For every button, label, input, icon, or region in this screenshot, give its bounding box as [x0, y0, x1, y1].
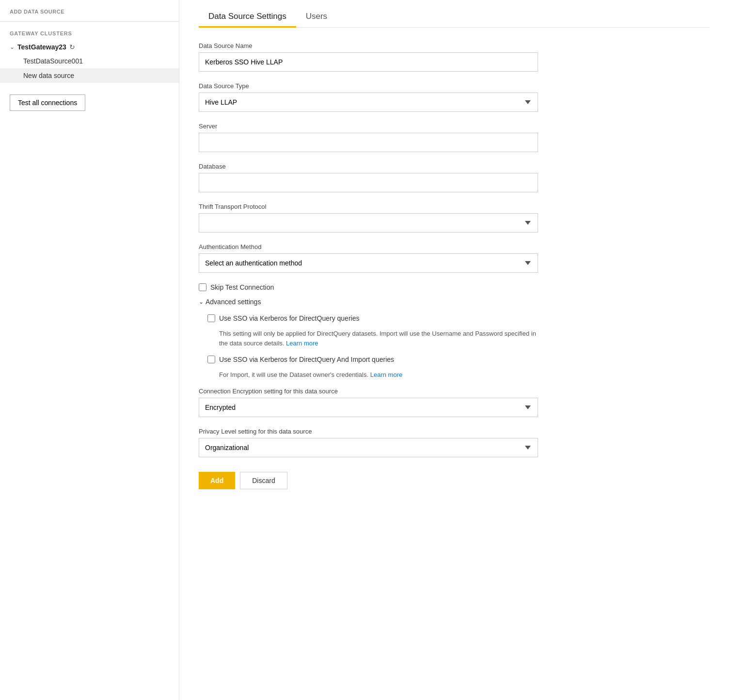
server-input[interactable]	[199, 133, 538, 152]
chevron-down-icon: ⌄	[199, 298, 204, 305]
encryption-label: Connection Encryption setting for this d…	[199, 388, 538, 395]
datasource-name-input[interactable]	[199, 52, 538, 72]
sso-directquery-row: Use SSO via Kerberos for DirectQuery que…	[207, 314, 538, 322]
refresh-icon: ↻	[69, 43, 75, 51]
sidebar-header: ADD DATA SOURCE	[0, 9, 179, 22]
main-content: Data Source Settings Users Data Source N…	[179, 0, 729, 700]
sso-import-label[interactable]: Use SSO via Kerberos for DirectQuery And…	[219, 356, 394, 363]
sidebar-item-new-datasource[interactable]: New data source	[0, 68, 179, 83]
gateway-name: TestGateway23	[17, 43, 66, 51]
datasource-name-label: Data Source Name	[199, 42, 538, 49]
auth-method-label: Authentication Method	[199, 243, 538, 250]
server-label: Server	[199, 123, 538, 130]
advanced-settings-section: Use SSO via Kerberos for DirectQuery que…	[199, 314, 538, 380]
sso-import-row: Use SSO via Kerberos for DirectQuery And…	[207, 356, 538, 363]
privacy-label: Privacy Level setting for this data sour…	[199, 428, 538, 435]
datasource-type-group: Data Source Type Hive LLAP SQL Server Or…	[199, 82, 538, 112]
datasource-name-group: Data Source Name	[199, 42, 538, 72]
gateway-clusters-label: GATEWAY CLUSTERS	[0, 22, 179, 40]
sso-directquery-learn-more-link[interactable]: Learn more	[286, 340, 318, 347]
tab-users[interactable]: Users	[296, 5, 337, 27]
auth-method-group: Authentication Method Select an authenti…	[199, 243, 538, 273]
database-group: Database	[199, 163, 538, 192]
add-button[interactable]: Add	[199, 472, 235, 489]
chevron-down-icon: ⌄	[10, 44, 15, 50]
datasource-type-label: Data Source Type	[199, 82, 538, 90]
sso-directquery-checkbox[interactable]	[207, 314, 215, 322]
advanced-settings-toggle[interactable]: ⌄ Advanced settings	[199, 298, 538, 306]
tab-data-source-settings[interactable]: Data Source Settings	[199, 5, 296, 27]
sso-directquery-description: This setting will only be applied for Di…	[219, 329, 538, 348]
sso-import-checkbox[interactable]	[207, 356, 215, 363]
database-label: Database	[199, 163, 538, 170]
discard-button[interactable]: Discard	[240, 472, 287, 489]
database-input[interactable]	[199, 173, 538, 192]
privacy-select[interactable]: Organizational Public Private None	[199, 438, 538, 457]
thrift-label: Thrift Transport Protocol	[199, 203, 538, 210]
thrift-select[interactable]: Binary HTTP SASL	[199, 213, 538, 233]
server-group: Server	[199, 123, 538, 152]
skip-test-row: Skip Test Connection	[199, 283, 538, 291]
action-buttons: Add Discard	[199, 472, 538, 489]
sso-directquery-label[interactable]: Use SSO via Kerberos for DirectQuery que…	[219, 314, 359, 322]
sidebar: ADD DATA SOURCE GATEWAY CLUSTERS ⌄ TestG…	[0, 0, 179, 700]
tabs-bar: Data Source Settings Users	[199, 0, 710, 28]
privacy-group: Privacy Level setting for this data sour…	[199, 428, 538, 457]
skip-test-label[interactable]: Skip Test Connection	[210, 283, 274, 291]
gateway-item[interactable]: ⌄ TestGateway23 ↻	[0, 40, 179, 54]
advanced-settings-label: Advanced settings	[206, 298, 261, 306]
sso-import-description: For Import, it will use the Dataset owne…	[219, 370, 538, 380]
encryption-select[interactable]: Encrypted Not Encrypted None	[199, 398, 538, 417]
data-source-form: Data Source Name Data Source Type Hive L…	[199, 42, 538, 489]
sidebar-item-testdatasource001[interactable]: TestDataSource001	[0, 54, 179, 68]
datasource-type-select[interactable]: Hive LLAP SQL Server Oracle MySQL Postgr…	[199, 93, 538, 112]
sso-import-learn-more-link[interactable]: Learn more	[370, 371, 402, 378]
test-all-connections-button[interactable]: Test all connections	[10, 94, 85, 111]
auth-method-select[interactable]: Select an authentication method Username…	[199, 253, 538, 273]
encryption-group: Connection Encryption setting for this d…	[199, 388, 538, 417]
thrift-group: Thrift Transport Protocol Binary HTTP SA…	[199, 203, 538, 233]
skip-test-checkbox[interactable]	[199, 283, 206, 291]
